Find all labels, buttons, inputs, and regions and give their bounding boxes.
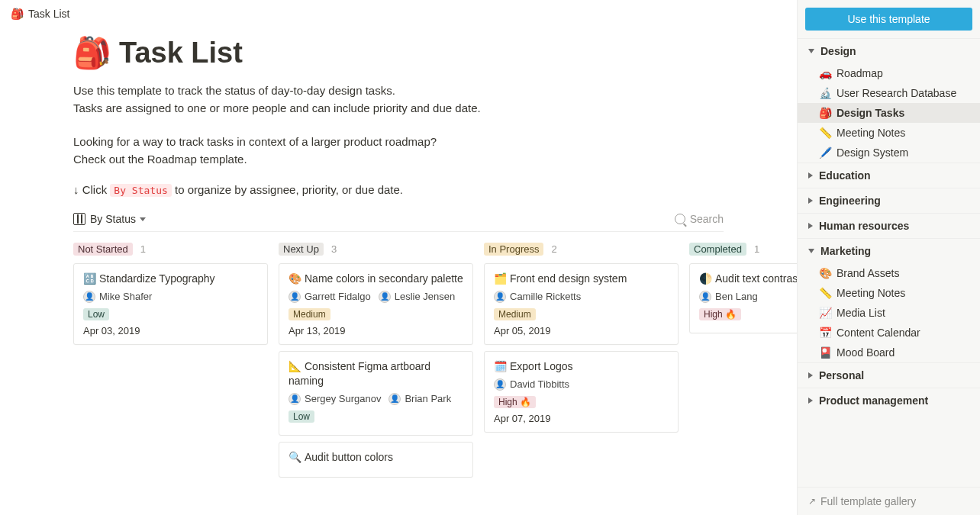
assignees: 👤Camille Ricketts (494, 291, 669, 303)
board-icon (73, 213, 85, 225)
board-column-completed: Completed1🌓Audit text contrast accessibi… (689, 243, 797, 484)
avatar-icon: 👤 (494, 291, 506, 303)
section-header[interactable]: Engineering (798, 188, 980, 213)
sidebar-item[interactable]: 📅Content Calendar (798, 323, 980, 343)
nav-item-icon: 🎒 (819, 107, 832, 119)
task-icon: 📐 (289, 360, 301, 372)
breadcrumb-title[interactable]: Task List (28, 8, 69, 20)
sidebar-item[interactable]: 🎨Brand Assets (798, 263, 980, 283)
assignee: 👤Brian Park (388, 393, 451, 405)
section-header[interactable]: Product management (798, 388, 980, 413)
chevron-down-icon (140, 217, 146, 221)
column-status-tag: Not Started (73, 243, 133, 256)
sidebar: Use this template Design🚗Roadmap🔬User Re… (797, 0, 980, 515)
desc-line: Looking for a way to track tasks in cont… (73, 133, 724, 150)
nav-item-icon: 🎨 (819, 267, 832, 279)
assignee: 👤Camille Ricketts (494, 291, 581, 303)
task-icon: 🎨 (289, 272, 301, 285)
section-header[interactable]: Human resources (798, 214, 980, 238)
triangle-right-icon (808, 198, 813, 204)
hint-prefix: ↓ Click (73, 183, 107, 196)
task-card[interactable]: 🌓Audit text contrast accessibility👤Ben L… (689, 263, 797, 333)
nav-item-label: Roadmap (837, 67, 883, 79)
section-header[interactable]: Education (798, 163, 980, 188)
due-date: Apr 13, 2019 (289, 325, 463, 336)
nav-item-icon: 📅 (819, 327, 832, 339)
hint-code: By Status (110, 184, 171, 197)
column-count: 2 (551, 243, 556, 255)
desc-line: Use this template to track the status of… (73, 82, 724, 99)
task-card[interactable]: 🗂️Front end design system👤Camille Ricket… (484, 263, 679, 345)
triangle-right-icon (808, 372, 813, 378)
nav-item-icon: 🎴 (819, 346, 832, 359)
assignee: 👤Garrett Fidalgo (289, 291, 371, 303)
assignee: 👤Sergey Surganov (289, 393, 381, 405)
assignee: 👤Ben Lang (699, 291, 758, 303)
task-icon: 🗓️ (494, 360, 507, 372)
column-status-tag: Next Up (279, 243, 324, 256)
footer-label: Full template gallery (820, 495, 916, 507)
nav-item-icon: 🚗 (819, 67, 832, 79)
section-header[interactable]: Design (798, 39, 980, 63)
nav-item-icon: 📏 (819, 287, 832, 299)
sidebar-item[interactable]: 🎴Mood Board (798, 343, 980, 362)
nav-item-label: Brand Assets (837, 267, 900, 279)
priority-badge: Low (83, 308, 109, 320)
view-name: By Status (90, 213, 136, 225)
avatar-icon: 👤 (379, 291, 391, 303)
section-label: Human resources (819, 220, 909, 232)
task-card[interactable]: 🎨Name colors in secondary palette👤Garret… (279, 263, 473, 345)
column-header: In Progress2 (484, 243, 679, 256)
template-gallery-link[interactable]: ↗ Full template gallery (798, 487, 980, 515)
sidebar-item[interactable]: 🖊️Design System (798, 143, 980, 163)
task-card[interactable]: 🗓️Export Logos👤David TibbittsHigh 🔥Apr 0… (484, 351, 679, 433)
section-label: Product management (819, 394, 928, 407)
view-selector[interactable]: By Status (73, 213, 146, 225)
section-header[interactable]: Marketing (798, 239, 980, 263)
section-label: Design (820, 45, 856, 57)
nav-item-label: Meeting Notes (837, 127, 905, 139)
sidebar-section: Personal (798, 362, 980, 388)
priority-badge: High 🔥 (699, 308, 741, 320)
page-title-text: Task List (119, 37, 243, 69)
triangle-right-icon (808, 398, 813, 404)
sidebar-item[interactable]: 🔬User Research Database (798, 83, 980, 103)
priority-badge: High 🔥 (494, 396, 536, 408)
sidebar-item[interactable]: 🎒Design Tasks (798, 103, 980, 123)
column-status-tag: In Progress (484, 243, 543, 256)
nav-item-label: Design Tasks (837, 107, 904, 119)
description-block-1: Use this template to track the status of… (73, 82, 724, 117)
sidebar-item[interactable]: 🚗Roadmap (798, 63, 980, 83)
priority-badge: Medium (289, 308, 330, 320)
task-card[interactable]: 📐Consistent Figma artboard naming👤Sergey… (279, 351, 473, 436)
priority-badge: Low (289, 410, 314, 423)
avatar-icon: 👤 (289, 291, 301, 303)
main-area: 🎒 Task List 🎒 Task List Use this templat… (0, 0, 797, 515)
assignee: 👤Mike Shafer (83, 291, 152, 303)
assignees: 👤Sergey Surganov👤Brian Park (289, 393, 463, 405)
section-header[interactable]: Personal (798, 363, 980, 388)
board-column-notstarted: Not Started1🔠Standardize Typography👤Mike… (73, 243, 268, 484)
task-card[interactable]: 🔠Standardize Typography👤Mike ShaferLowAp… (73, 263, 268, 345)
triangle-down-icon (808, 249, 814, 253)
search-input[interactable]: Search (675, 213, 724, 225)
sidebar-section: Human resources (798, 213, 980, 238)
triangle-down-icon (808, 49, 814, 53)
search-icon (675, 214, 685, 224)
triangle-right-icon (808, 223, 813, 229)
use-template-button[interactable]: Use this template (805, 8, 972, 31)
task-card[interactable]: 🔍Audit button colors (279, 442, 473, 478)
task-icon: 🌓 (699, 272, 712, 285)
priority-badge: Medium (494, 308, 536, 320)
topbar: 🎒 Task List (0, 0, 797, 27)
section-label: Education (819, 169, 871, 182)
due-date: Apr 05, 2019 (494, 325, 669, 336)
sidebar-item[interactable]: 📈Media List (798, 303, 980, 323)
breadcrumb-icon: 🎒 (11, 8, 24, 20)
card-title: 🎨Name colors in secondary palette (289, 272, 463, 286)
sidebar-item[interactable]: 📏Meeting Notes (798, 123, 980, 143)
sidebar-item[interactable]: 📏Meeting Notes (798, 283, 980, 303)
sidebar-section: Marketing🎨Brand Assets📏Meeting Notes📈Med… (798, 238, 980, 362)
description-block-2: Looking for a way to track tasks in cont… (73, 133, 724, 169)
assignee: 👤David Tibbitts (494, 378, 569, 391)
